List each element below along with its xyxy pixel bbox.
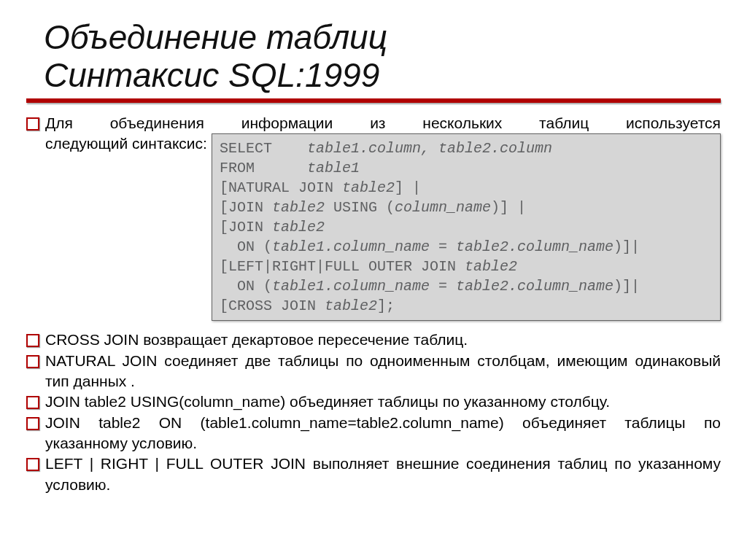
bullet-icon bbox=[26, 396, 45, 406]
list-item: JOIN table2 ON (table1.column_name=table… bbox=[26, 413, 721, 454]
title-line1: Объединение таблиц bbox=[44, 18, 387, 56]
title-underline bbox=[26, 98, 721, 103]
sql-code-block: SELECT table1.column, table2.column FROM… bbox=[212, 133, 721, 321]
list-item: JOIN table2 USING(column_name) объединяе… bbox=[26, 392, 721, 412]
bullet-icon bbox=[26, 417, 45, 427]
intro-text-block: Для объединения информации из нескольких… bbox=[45, 113, 721, 321]
bullet-text: NATURAL JOIN соединяет две таблицы по од… bbox=[45, 351, 721, 392]
title-line2: Синтаксис SQL:1999 bbox=[44, 56, 379, 94]
bullet-icon bbox=[26, 334, 45, 344]
slide-title: Объединение таблиц Синтаксис SQL:1999 bbox=[44, 19, 721, 94]
bullet-icon bbox=[26, 117, 45, 128]
intro-line1: Для объединения информации из нескольких… bbox=[45, 113, 721, 133]
bullet-text: JOIN table2 USING(column_name) объединяе… bbox=[45, 392, 721, 412]
intro-line2: следующий синтаксис: bbox=[45, 133, 207, 154]
slide-content: Для объединения информации из нескольких… bbox=[26, 113, 721, 495]
bullet-list: CROSS JOIN возвращает декартовое пересеч… bbox=[26, 330, 721, 495]
bullet-text: LEFT | RIGHT | FULL OUTER JOIN выполняет… bbox=[45, 454, 721, 495]
list-item: LEFT | RIGHT | FULL OUTER JOIN выполняет… bbox=[26, 454, 721, 495]
list-item: NATURAL JOIN соединяет две таблицы по од… bbox=[26, 351, 721, 392]
bullet-icon bbox=[26, 355, 45, 365]
bullet-text: JOIN table2 ON (table1.column_name=table… bbox=[45, 413, 721, 454]
list-item: CROSS JOIN возвращает декартовое пересеч… bbox=[26, 330, 721, 350]
intro-bullet: Для объединения информации из нескольких… bbox=[26, 113, 721, 321]
bullet-text: CROSS JOIN возвращает декартовое пересеч… bbox=[45, 330, 721, 350]
bullet-icon bbox=[26, 458, 45, 468]
